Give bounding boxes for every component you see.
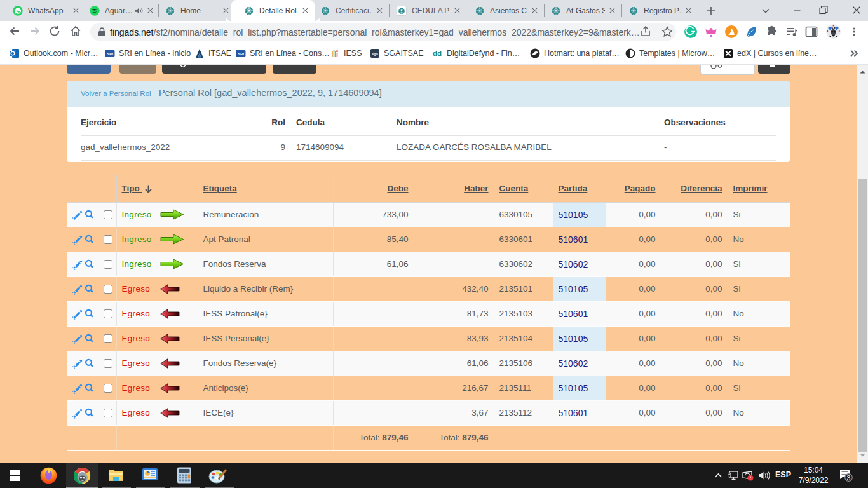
svg-text:3: 3 — [847, 474, 851, 482]
svg-text:sga: sga — [372, 51, 378, 55]
svg-text:dd: dd — [433, 50, 442, 57]
svg-text:SRi: SRi — [107, 51, 113, 55]
svg-text:SRi: SRi — [238, 51, 244, 55]
